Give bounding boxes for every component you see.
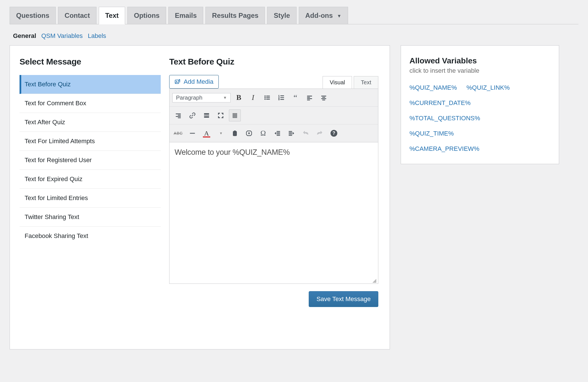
- italic-button[interactable]: I: [247, 92, 259, 104]
- caret-down-icon: ▼: [223, 95, 227, 100]
- select-message-title: Select Message: [20, 57, 161, 66]
- svg-rect-6: [266, 96, 270, 96]
- tab-addons[interactable]: Add-ons ▼: [299, 7, 348, 24]
- var-quiz-link[interactable]: %QUIZ_LINK%: [466, 84, 510, 91]
- svg-rect-15: [307, 96, 312, 96]
- svg-rect-30: [233, 113, 237, 114]
- indent-button[interactable]: [286, 127, 297, 139]
- align-right-button[interactable]: [172, 110, 184, 121]
- sub-nav: General QSM Variables Labels: [10, 24, 578, 45]
- svg-text:T: T: [234, 132, 236, 135]
- clear-formatting-button[interactable]: [243, 127, 255, 139]
- align-center-button[interactable]: [318, 92, 330, 104]
- tab-addons-label: Add-ons: [305, 12, 333, 19]
- svg-point-5: [265, 99, 266, 100]
- svg-rect-45: [289, 135, 292, 136]
- link-button[interactable]: [186, 110, 198, 121]
- bullet-list-button[interactable]: [261, 92, 273, 104]
- editor-mode-text[interactable]: Text: [354, 76, 378, 89]
- svg-rect-42: [289, 131, 292, 132]
- insert-more-button[interactable]: [201, 110, 213, 121]
- resize-grip-icon[interactable]: ◢: [372, 278, 377, 283]
- svg-rect-39: [277, 132, 280, 133]
- save-button[interactable]: Save Text Message: [309, 291, 378, 307]
- allowed-vars-subtitle: click to insert the variable: [409, 67, 550, 74]
- outdent-button[interactable]: [271, 127, 283, 139]
- svg-rect-43: [289, 132, 292, 133]
- bold-button[interactable]: B: [233, 92, 245, 104]
- format-select-label: Paragraph: [176, 95, 202, 101]
- svg-rect-38: [277, 131, 280, 132]
- var-current-date[interactable]: %CURRENT_DATE%: [409, 99, 550, 107]
- msg-twitter-sharing[interactable]: Twitter Sharing Text: [20, 208, 161, 227]
- media-icon: [175, 79, 181, 85]
- redo-button[interactable]: [314, 127, 326, 139]
- paste-text-button[interactable]: T: [229, 127, 241, 139]
- add-media-button[interactable]: Add Media: [169, 75, 219, 89]
- svg-point-2: [179, 79, 180, 80]
- msg-text-comment-box[interactable]: Text for Comment Box: [20, 94, 161, 113]
- msg-text-limited-entries[interactable]: Text for Limited Entries: [20, 189, 161, 208]
- svg-rect-33: [233, 117, 237, 118]
- fullscreen-button[interactable]: [215, 110, 227, 121]
- blockquote-button[interactable]: “: [289, 92, 301, 104]
- msg-text-after-quiz[interactable]: Text After Quiz: [20, 113, 161, 132]
- msg-text-registered-user[interactable]: Text for Registered User: [20, 151, 161, 170]
- tab-questions[interactable]: Questions: [10, 7, 56, 24]
- svg-rect-8: [266, 99, 270, 100]
- msg-text-expired-quiz[interactable]: Text for Expired Quiz: [20, 170, 161, 189]
- msg-text-limited-attempts[interactable]: Text For Limited Attempts: [20, 132, 161, 151]
- allowed-variables-panel: Allowed Variables click to insert the va…: [401, 45, 559, 164]
- svg-point-3: [265, 96, 266, 97]
- msg-text-before-quiz[interactable]: Text Before Quiz: [20, 75, 161, 94]
- svg-rect-14: [280, 99, 284, 100]
- editor-toolbar: Paragraph ▼ B I 123 “: [169, 89, 378, 142]
- svg-rect-18: [307, 100, 310, 100]
- svg-rect-16: [307, 97, 310, 98]
- tab-contact[interactable]: Contact: [58, 7, 96, 24]
- tab-style[interactable]: Style: [267, 7, 296, 24]
- keyboard-help-button[interactable]: ?: [328, 127, 340, 139]
- svg-point-1: [176, 81, 177, 82]
- toolbar-toggle-button[interactable]: [229, 110, 241, 121]
- var-camera-preview[interactable]: %CAMERA_PREVIEW%: [409, 145, 550, 153]
- svg-rect-17: [307, 98, 312, 99]
- svg-rect-41: [277, 135, 280, 136]
- tab-options[interactable]: Options: [127, 7, 166, 24]
- var-total-questions[interactable]: %TOTAL_QUESTIONS%: [409, 115, 550, 122]
- editor-mode-visual[interactable]: Visual: [323, 76, 352, 89]
- message-list: Text Before Quiz Text for Comment Box Te…: [20, 75, 161, 245]
- tab-emails[interactable]: Emails: [168, 7, 203, 24]
- svg-rect-24: [178, 115, 181, 115]
- var-quiz-time[interactable]: %QUIZ_TIME%: [409, 130, 550, 137]
- main-tabs: Questions Contact Text Options Emails Re…: [10, 7, 578, 24]
- svg-rect-13: [280, 97, 284, 98]
- numbered-list-button[interactable]: 123: [275, 92, 287, 104]
- editor-modes: Visual Text: [323, 76, 378, 89]
- svg-rect-22: [322, 100, 325, 100]
- subnav-qsm-variables[interactable]: QSM Variables: [41, 32, 83, 40]
- text-color-dropdown[interactable]: ▼: [215, 127, 227, 139]
- text-color-button[interactable]: A: [201, 127, 213, 139]
- msg-facebook-sharing[interactable]: Facebook Sharing Text: [20, 227, 161, 245]
- svg-rect-32: [233, 116, 237, 117]
- svg-rect-12: [280, 96, 284, 96]
- svg-rect-25: [176, 116, 181, 117]
- undo-button[interactable]: [300, 127, 312, 139]
- horizontal-rule-button[interactable]: [186, 127, 198, 139]
- svg-rect-20: [322, 97, 325, 98]
- editor-content[interactable]: Welcome to your %QUIZ_NAME% ◢: [169, 142, 378, 284]
- align-left-button[interactable]: [304, 92, 316, 104]
- subnav-general[interactable]: General: [13, 32, 36, 40]
- svg-text:3: 3: [278, 98, 280, 100]
- tab-results-pages[interactable]: Results Pages: [205, 7, 265, 24]
- format-select[interactable]: Paragraph ▼: [172, 93, 231, 102]
- special-char-button[interactable]: Ω: [257, 127, 269, 139]
- var-quiz-name[interactable]: %QUIZ_NAME%: [409, 84, 457, 91]
- subnav-labels[interactable]: Labels: [88, 32, 106, 40]
- editor-title: Text Before Quiz: [169, 57, 378, 66]
- strikethrough-button[interactable]: ABC: [172, 127, 184, 139]
- tab-text[interactable]: Text: [99, 7, 125, 24]
- svg-rect-40: [277, 134, 280, 134]
- svg-rect-23: [176, 114, 181, 114]
